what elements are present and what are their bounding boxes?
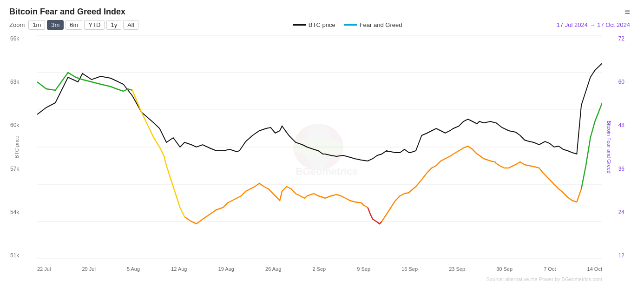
x-tick-22jul: 22 Jul — [37, 266, 51, 272]
zoom-controls: Zoom 1m 3m 6m YTD 1y All — [9, 20, 138, 30]
y-tick-r72: 72 — [618, 35, 624, 42]
x-tick-2sep: 2 Sep — [312, 266, 326, 272]
fg-green-2 — [581, 103, 602, 189]
zoom-1y[interactable]: 1y — [106, 20, 121, 30]
controls-row: Zoom 1m 3m 6m YTD 1y All BTC price Fear … — [5, 18, 635, 32]
x-tick-26aug: 26 Aug — [265, 266, 281, 272]
x-tick-12aug: 12 Aug — [171, 266, 187, 272]
y-tick-r12: 12 — [618, 252, 624, 259]
x-tick-16sep: 16 Sep — [401, 266, 418, 272]
zoom-ytd[interactable]: YTD — [84, 20, 105, 30]
y-tick-r60: 60 — [618, 79, 624, 85]
zoom-all[interactable]: All — [123, 20, 138, 30]
y-tick-54k: 54k — [10, 209, 19, 215]
y-tick-51k: 51k — [10, 252, 19, 259]
y-axis-right-label: Bitcoin Fear and Greed — [606, 121, 612, 174]
legend-fg-label: Fear and Greed — [360, 21, 402, 28]
chart-svg: BGeometrics — [37, 35, 602, 259]
y-tick-r24: 24 — [618, 209, 624, 215]
x-tick-14oct: 14 Oct — [587, 266, 602, 272]
zoom-3m[interactable]: 3m — [47, 20, 64, 30]
y-tick-r48: 48 — [618, 122, 624, 128]
y-axis-left-label: BTC price — [14, 136, 20, 159]
x-tick-30sep: 30 Sep — [496, 266, 513, 272]
zoom-1m[interactable]: 1m — [28, 20, 45, 30]
legend-btc: BTC price — [293, 21, 335, 28]
legend-fg-line — [344, 24, 357, 26]
chart-title: Bitcoin Fear and Greed Index — [9, 7, 125, 17]
y-tick-60k: 60k — [10, 122, 19, 128]
zoom-label: Zoom — [9, 21, 25, 28]
fg-orange-1 — [184, 183, 368, 224]
chart-container: Bitcoin Fear and Greed Index ≡ Zoom 1m 3… — [0, 0, 644, 295]
chart-area: 66k 63k 60k 57k 54k 51k BTC price 72 60 … — [37, 35, 602, 259]
y-tick-57k: 57k — [10, 166, 19, 172]
hamburger-icon[interactable]: ≡ — [624, 7, 630, 17]
header-row: Bitcoin Fear and Greed Index ≡ — [5, 5, 635, 18]
legend-fg: Fear and Greed — [344, 21, 402, 28]
y-axis-right: 72 60 48 36 24 12 — [618, 35, 624, 259]
y-tick-66k: 66k — [10, 35, 19, 42]
y-tick-r36: 36 — [618, 166, 624, 172]
x-axis: 22 Jul 29 Jul 5 Aug 12 Aug 19 Aug 26 Aug… — [37, 266, 602, 272]
x-tick-23sep: 23 Sep — [449, 266, 465, 272]
x-tick-29jul: 29 Jul — [82, 266, 95, 272]
x-tick-5aug: 5 Aug — [127, 266, 140, 272]
legend: BTC price Fear and Greed — [293, 21, 402, 28]
source-text: Source: alternative.me Power by BGeometr… — [486, 276, 602, 282]
date-end: 17 Oct 2024 — [597, 21, 630, 28]
svg-text:BGeometrics: BGeometrics — [296, 166, 358, 177]
legend-btc-label: BTC price — [309, 21, 335, 28]
date-arrow: → — [590, 21, 598, 28]
x-tick-7oct: 7 Oct — [544, 266, 556, 272]
svg-point-9 — [293, 138, 343, 156]
y-tick-63k: 63k — [10, 79, 19, 85]
fg-orange-2 — [382, 146, 581, 221]
date-range: 17 Jul 2024 → 17 Oct 2024 — [557, 21, 630, 28]
legend-btc-line — [293, 24, 306, 26]
fg-yellow-1 — [132, 90, 184, 217]
zoom-6m[interactable]: 6m — [66, 20, 82, 30]
x-tick-9sep: 9 Sep — [357, 266, 370, 272]
date-start: 17 Jul 2024 — [557, 21, 588, 28]
x-tick-19aug: 19 Aug — [218, 266, 234, 272]
